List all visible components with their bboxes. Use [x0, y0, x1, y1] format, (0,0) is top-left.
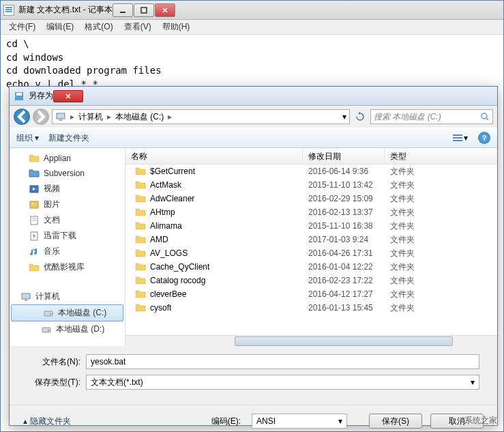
file-row[interactable]: AHtmp2016-02-13 13:37文件夹	[125, 205, 497, 219]
file-name: cleverBee	[150, 289, 186, 299]
dialog-close-button[interactable]	[53, 90, 83, 102]
help-button[interactable]: ?	[478, 132, 490, 144]
svg-rect-10	[453, 140, 462, 141]
dialog-titlebar[interactable]: 另存为	[10, 87, 497, 106]
notepad-menubar: 文件(F) 编辑(E) 格式(O) 查看(V) 帮助(H)	[1, 20, 503, 35]
svg-rect-19	[25, 300, 27, 301]
chevron-up-icon: ▴	[23, 416, 27, 426]
sidebar-item-label: Subversion	[44, 169, 85, 178]
svg-rect-9	[453, 137, 462, 139]
sidebar-disk[interactable]: 本地磁盘 (D:)	[10, 321, 125, 337]
sidebar-item[interactable]: 图片	[10, 197, 125, 212]
sidebar-item[interactable]: Subversion	[10, 166, 125, 181]
computer-icon	[55, 111, 66, 122]
close-button[interactable]	[155, 3, 175, 17]
refresh-button[interactable]	[353, 109, 368, 124]
maximize-button[interactable]	[134, 3, 154, 17]
sidebar-item-label: 文档	[44, 214, 60, 226]
new-folder-button[interactable]: 新建文件夹	[48, 132, 89, 144]
file-name: AMD	[150, 235, 168, 244]
svg-point-13	[32, 203, 34, 205]
dialog-title: 另存为	[29, 90, 53, 102]
col-header-type[interactable]: 类型	[385, 148, 439, 164]
filename-input[interactable]	[86, 354, 479, 369]
file-list: 名称 修改日期 类型 $GetCurrent2016-06-14 9:36文件夹…	[125, 148, 497, 346]
menu-edit[interactable]: 编辑(E)	[41, 20, 79, 34]
file-name: $GetCurrent	[150, 167, 195, 176]
file-name: Alimama	[150, 221, 182, 231]
horizontal-scrollbar[interactable]	[125, 335, 497, 346]
notepad-content[interactable]: cd \ cd windows cd downloaded program fi…	[1, 35, 503, 93]
file-row[interactable]: ActMask2015-11-10 13:42文件夹	[125, 178, 497, 192]
notepad-icon	[3, 5, 14, 16]
save-as-dialog: 另存为 ▸ 计算机 ▸ 本地磁盘 (C:) ▸ ▾ 搜索 本地磁盘 (C:) 组…	[9, 86, 498, 426]
menu-help[interactable]: 帮助(H)	[157, 20, 196, 34]
crumb-disk[interactable]: 本地磁盘 (C:)	[115, 111, 164, 123]
sidebar-item[interactable]: 音乐	[10, 244, 125, 259]
svg-point-6	[481, 113, 487, 119]
svg-rect-22	[42, 328, 50, 332]
search-icon	[480, 112, 490, 121]
view-mode-button[interactable]: ▾	[448, 130, 473, 145]
svg-rect-3	[16, 93, 22, 96]
file-row[interactable]: Cache_QyClient2016-01-04 12:22文件夹	[125, 260, 497, 274]
col-header-name[interactable]: 名称	[125, 148, 303, 164]
file-row[interactable]: $GetCurrent2016-06-14 9:36文件夹	[125, 164, 497, 178]
menu-format[interactable]: 格式(O)	[79, 20, 118, 34]
svg-rect-5	[59, 119, 62, 121]
breadcrumb-dropdown[interactable]: ▾	[342, 112, 346, 121]
crumb-computer[interactable]: 计算机	[78, 111, 103, 123]
nav-bar: ▸ 计算机 ▸ 本地磁盘 (C:) ▸ ▾ 搜索 本地磁盘 (C:)	[10, 106, 497, 128]
file-name: Catalog rocodg	[150, 276, 205, 285]
sidebar-item[interactable]: 视频	[10, 181, 125, 197]
file-row[interactable]: cysoft2016-01-13 15:45文件夹	[125, 301, 497, 315]
menu-view[interactable]: 查看(V)	[119, 20, 157, 34]
svg-rect-8	[453, 134, 462, 136]
sidebar-item[interactable]: 优酷影视库	[10, 259, 125, 275]
search-input[interactable]: 搜索 本地磁盘 (C:)	[370, 109, 493, 124]
chevron-right-icon: ▸	[165, 112, 175, 121]
nav-back-button[interactable]	[14, 109, 30, 125]
svg-rect-1	[141, 8, 147, 13]
encoding-select[interactable]: ANSI ▾	[252, 414, 347, 429]
save-button[interactable]: 保存(S)	[369, 414, 422, 429]
file-date: 2016-04-26 17:31	[303, 246, 385, 261]
notepad-titlebar[interactable]: 新建 文本文档.txt - 记事本	[1, 1, 503, 20]
svg-rect-4	[57, 113, 65, 119]
search-placeholder: 搜索 本地磁盘 (C:)	[374, 111, 441, 123]
nav-forward-button[interactable]	[33, 109, 49, 125]
minimize-button[interactable]	[113, 3, 133, 17]
file-name: cysoft	[150, 303, 171, 313]
sidebar-item-label: 音乐	[44, 246, 60, 257]
hide-folders-toggle[interactable]: ▴ 隐藏文件夹	[23, 416, 71, 427]
svg-rect-12	[30, 201, 38, 208]
file-date: 2016-06-14 9:36	[303, 164, 385, 179]
file-type: 文件夹	[385, 300, 439, 317]
breadcrumb[interactable]: ▸ 计算机 ▸ 本地磁盘 (C:) ▸ ▾	[52, 109, 350, 124]
svg-rect-18	[22, 293, 30, 299]
file-row[interactable]: Alimama2015-11-10 16:38文件夹	[125, 219, 497, 233]
organize-button[interactable]: 组织 ▾	[16, 132, 39, 144]
filetype-label: 保存类型(T):	[27, 377, 80, 388]
file-name: Cache_QyClient	[150, 262, 209, 272]
chevron-right-icon: ▸	[68, 112, 77, 121]
file-name: AdwCleaner	[150, 194, 194, 203]
file-row[interactable]: cleverBee2016-04-12 17:27文件夹	[125, 287, 497, 301]
sidebar-item[interactable]: 迅雷下载	[10, 228, 125, 244]
filetype-select[interactable]: 文本文档(*.txt) ▾	[86, 375, 479, 390]
list-icon	[453, 134, 462, 142]
sidebar-computer[interactable]: 计算机	[10, 289, 125, 304]
file-row[interactable]: Catalog rocodg2016-02-23 17:22文件夹	[125, 274, 497, 287]
col-header-date[interactable]: 修改日期	[303, 148, 385, 164]
chevron-down-icon: ▾	[35, 133, 39, 143]
file-row[interactable]: AV_LOGS2016-04-26 17:31文件夹	[125, 246, 497, 260]
file-date: 2016-02-29 15:09	[303, 191, 385, 206]
file-row[interactable]: AMD2017-01-03 9:24文件夹	[125, 233, 497, 246]
sidebar-disk[interactable]: 本地磁盘 (C:)	[11, 304, 123, 321]
file-row[interactable]: AdwCleaner2016-02-29 15:09文件夹	[125, 192, 497, 205]
sidebar-item[interactable]: 文档	[10, 212, 125, 228]
menu-file[interactable]: 文件(F)	[3, 20, 41, 34]
sidebar-item[interactable]: Applian	[10, 151, 125, 166]
file-date: 2016-02-13 13:37	[303, 205, 385, 220]
notepad-title: 新建 文本文档.txt - 记事本	[18, 4, 113, 16]
